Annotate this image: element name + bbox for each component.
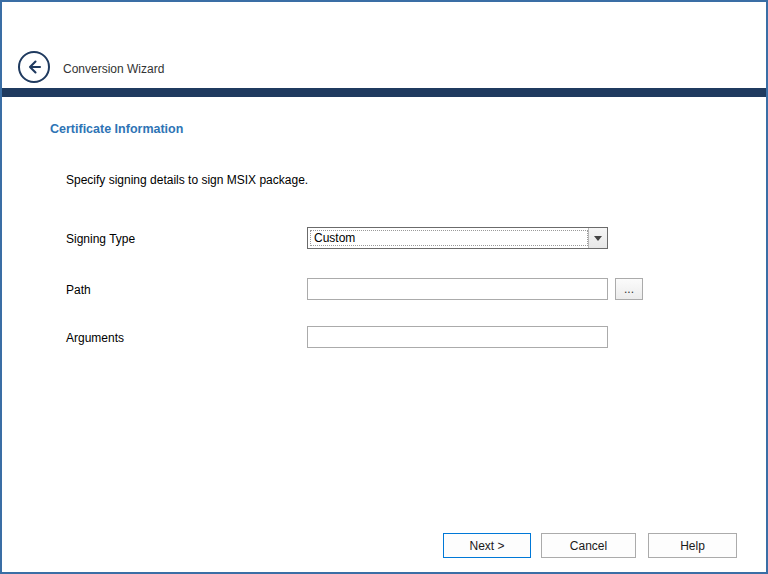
arguments-input[interactable] — [307, 326, 608, 348]
page-title: Certificate Information — [50, 122, 183, 136]
header-separator — [2, 88, 766, 97]
chevron-down-icon — [594, 236, 602, 241]
conversion-wizard-dialog: ✕ Conversion Wizard Certificate Informat… — [0, 0, 768, 574]
back-button[interactable] — [18, 51, 50, 83]
signing-type-value: Custom — [314, 231, 355, 245]
path-label: Path — [66, 283, 91, 297]
wizard-header: Conversion Wizard — [2, 2, 766, 88]
combobox-dropdown-button[interactable] — [588, 228, 607, 248]
wizard-title: Conversion Wizard — [63, 62, 164, 76]
help-button[interactable]: Help — [648, 533, 737, 558]
page-description: Specify signing details to sign MSIX pac… — [66, 173, 308, 187]
arguments-label: Arguments — [66, 331, 124, 345]
signing-type-label: Signing Type — [66, 232, 135, 246]
next-button[interactable]: Next > — [443, 533, 531, 558]
path-input[interactable] — [307, 278, 608, 300]
back-arrow-icon — [26, 59, 42, 75]
browse-button[interactable]: ... — [615, 278, 643, 300]
cancel-button[interactable]: Cancel — [541, 533, 636, 558]
signing-type-combobox[interactable]: Custom — [307, 227, 608, 249]
